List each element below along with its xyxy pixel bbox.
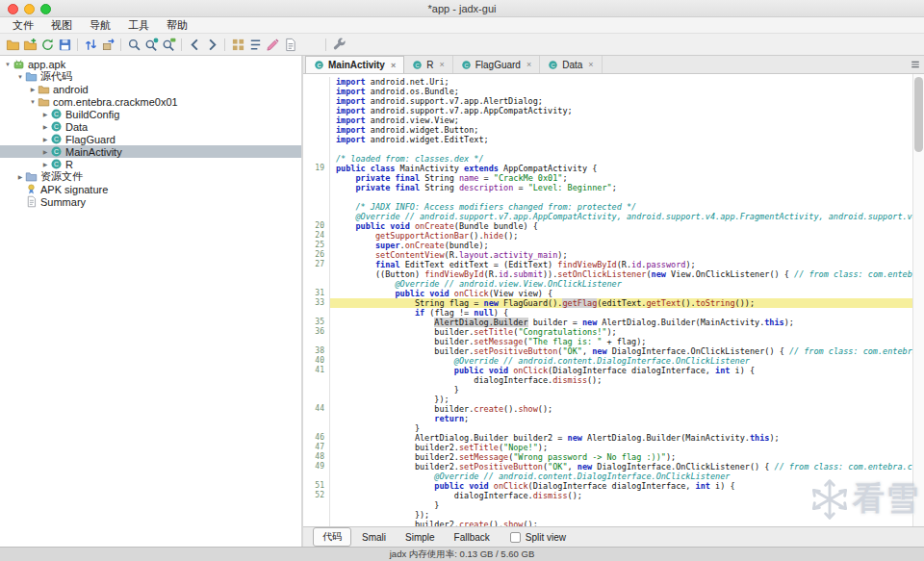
menu-navigation[interactable]: 导航 — [81, 18, 119, 33]
menu-view[interactable]: 视图 — [42, 18, 81, 33]
code-area[interactable]: import android.net.Uri;import android.os… — [303, 74, 912, 526]
export-button[interactable] — [99, 36, 116, 53]
code-text[interactable]: import android.support.v7.app.AppCompatA… — [330, 106, 912, 115]
flat-packages-button[interactable] — [229, 36, 246, 53]
tree-item-class-buildconfig[interactable]: ▶CBuildConfig — [0, 108, 301, 120]
split-view-checkbox[interactable] — [510, 532, 521, 543]
forward-button[interactable] — [203, 36, 220, 53]
code-text[interactable]: AlertDialog.Builder builder2 = new Alert… — [330, 433, 912, 443]
tab-mainactivity[interactable]: CMainActivity× — [305, 56, 404, 73]
code-text[interactable]: if (flag != null) { — [330, 308, 912, 318]
code-text[interactable]: super.onCreate(bundle); — [330, 241, 912, 250]
menu-file[interactable]: 文件 — [4, 18, 42, 33]
code-text[interactable]: import android.widget.EditText; — [330, 135, 912, 144]
code-text[interactable]: builder2.setTitle("Nope!"); — [330, 443, 912, 452]
code-text[interactable]: ((Button) findViewById(R.id.submit)).set… — [330, 269, 912, 279]
reload-button[interactable] — [38, 36, 56, 53]
tree-item-source-code[interactable]: ▼源代码 — [0, 70, 301, 83]
chevron-right-icon[interactable]: ▶ — [15, 173, 25, 180]
code-text[interactable]: } — [330, 385, 912, 395]
scrollbar-thumb[interactable] — [914, 77, 923, 152]
bottom-tab-smali[interactable]: Smali — [353, 530, 395, 545]
tree-item-resources[interactable]: ▶资源文件 — [0, 170, 301, 183]
code-text[interactable]: private final String description = "Leve… — [330, 183, 912, 192]
menu-tools[interactable]: 工具 — [119, 18, 158, 33]
code-text[interactable]: public void onClick(DialogInterface dial… — [330, 481, 912, 491]
tree-item-class-mainactivity[interactable]: ▶CMainActivity — [0, 145, 301, 158]
code-text[interactable]: builder.setMessage("The flag is: " + fla… — [330, 337, 912, 346]
deobfuscation-button[interactable] — [264, 36, 281, 53]
chevron-right-icon[interactable]: ▶ — [40, 148, 50, 155]
code-text[interactable]: builder.create().show(); — [330, 404, 912, 414]
code-text[interactable]: builder.setTitle("Congratulations!"); — [330, 327, 912, 337]
tree-item-class-flagguard[interactable]: ▶CFlagGuard — [0, 133, 301, 145]
code-text[interactable] — [330, 192, 912, 202]
close-tab-icon[interactable]: × — [588, 60, 593, 69]
code-text[interactable]: setContentView(R.layout.activity_main); — [330, 250, 912, 260]
code-text[interactable]: public void onCreate(Bundle bundle) { — [330, 221, 912, 231]
class-search-button[interactable] — [142, 36, 160, 53]
code-text[interactable] — [330, 144, 912, 154]
tab-flagguard[interactable]: CFlagGuard× — [453, 56, 541, 73]
code-text[interactable]: return; — [330, 414, 912, 423]
chevron-down-icon[interactable]: ▼ — [28, 99, 38, 105]
code-text[interactable]: /* loaded from: classes.dex */ — [330, 154, 912, 164]
tree-item-class-data[interactable]: ▶CData — [0, 120, 301, 133]
code-text[interactable]: builder2.setMessage("Wrong password -> N… — [330, 452, 912, 462]
code-text[interactable]: import android.net.Uri; — [330, 77, 912, 87]
editor-vscrollbar[interactable] — [912, 74, 924, 526]
log-viewer-button[interactable] — [281, 36, 298, 53]
zoom-window-button[interactable] — [40, 4, 51, 14]
back-button[interactable] — [186, 36, 203, 53]
close-tab-icon[interactable]: × — [526, 60, 531, 69]
code-text[interactable]: public void onClick(View view) { — [330, 289, 912, 298]
code-text[interactable]: public class MainActivity extends AppCom… — [330, 164, 912, 173]
code-text[interactable]: getSupportActionBar().hide(); — [330, 231, 912, 241]
code-text[interactable]: dialogInterface.dismiss(); — [330, 375, 912, 385]
code-text[interactable]: builder2.setPositiveButton("OK", new Dia… — [330, 462, 912, 472]
bottom-tab-fallback[interactable]: Fallback — [446, 530, 499, 545]
code-text[interactable]: @Override // android.view.View.OnClickLi… — [330, 279, 912, 289]
chevron-down-icon[interactable]: ▼ — [15, 74, 25, 80]
chevron-right-icon[interactable]: ▶ — [40, 111, 50, 117]
chevron-right-icon[interactable]: ▶ — [40, 136, 50, 142]
chevron-right-icon[interactable]: ▶ — [40, 161, 50, 167]
bottom-tab-code[interactable]: 代码 — [313, 527, 351, 547]
code-text[interactable]: @Override // android.support.v7.app.AppC… — [330, 212, 912, 221]
close-tab-icon[interactable]: × — [439, 60, 444, 69]
minimize-window-button[interactable] — [24, 4, 35, 14]
tree-item-package-android[interactable]: ▶android — [0, 83, 301, 95]
code-text[interactable]: } — [330, 423, 912, 433]
code-text[interactable]: dialogInterface.dismiss(); — [330, 491, 912, 500]
open-file-button[interactable] — [4, 36, 21, 53]
text-search-button[interactable] — [125, 36, 142, 53]
code-text[interactable]: }); — [330, 510, 912, 520]
chevron-right-icon[interactable]: ▶ — [28, 86, 38, 92]
code-text[interactable]: import android.support.v7.app.AlertDialo… — [330, 96, 912, 106]
code-text[interactable]: @Override // android.content.DialogInter… — [330, 472, 912, 481]
chevron-right-icon[interactable]: ▶ — [40, 123, 50, 130]
chevron-down-icon[interactable]: ▼ — [3, 62, 13, 67]
code-text[interactable]: builder.setPositiveButton("OK", new Dial… — [330, 346, 912, 356]
code-text[interactable]: import android.widget.Button; — [330, 125, 912, 135]
code-text[interactable]: builder2.create().show(); — [330, 520, 912, 526]
tree-item-summary[interactable]: Summary — [0, 195, 301, 208]
comment-search-button[interactable] — [160, 36, 177, 53]
split-view-toggle[interactable]: Split view — [510, 532, 566, 543]
tree-item-apk-signature[interactable]: APK signature — [0, 183, 301, 195]
add-files-button[interactable] — [21, 36, 38, 53]
code-text[interactable]: @Override // android.content.DialogInter… — [330, 356, 912, 366]
tab-r[interactable]: CR× — [404, 56, 453, 73]
save-all-button[interactable] — [56, 36, 73, 53]
close-window-button[interactable] — [8, 4, 18, 14]
close-tab-icon[interactable]: × — [391, 61, 396, 70]
code-text[interactable]: import android.view.View; — [330, 115, 912, 125]
code-text[interactable]: private final String name = "CrackMe 0x0… — [330, 173, 912, 183]
menu-help[interactable]: 帮助 — [158, 18, 196, 33]
code-text[interactable]: public void onClick(DialogInterface dial… — [330, 366, 912, 375]
tab-data[interactable]: CData× — [540, 56, 602, 73]
code-text[interactable]: import android.os.Bundle; — [330, 87, 912, 96]
bottom-tab-simple[interactable]: Simple — [397, 530, 444, 545]
structure-button[interactable] — [246, 36, 264, 53]
preferences-button[interactable] — [330, 36, 347, 53]
